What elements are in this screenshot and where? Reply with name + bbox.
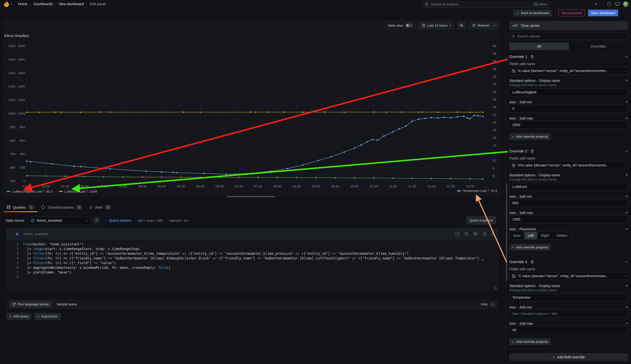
line-number: 3 <box>7 251 19 256</box>
add-expression-button[interactable]: + Expression <box>34 313 61 320</box>
code-line[interactable]: 1from(bucket: "home_assistant") <box>7 242 497 246</box>
override-field-select[interactable]: °C value {domain="sensor", entity_id="au… <box>509 272 628 280</box>
remove-property-icon[interactable]: ✕ <box>625 173 628 177</box>
hide-query-icon[interactable] <box>473 232 478 236</box>
legend-item[interactable]: Luftfeuchtigkeit Last *: 30.3 <box>7 190 53 193</box>
drag-handle-icon[interactable] <box>492 232 494 236</box>
avatar[interactable] <box>623 2 628 7</box>
property-input[interactable] <box>509 199 628 207</box>
legend-item[interactable]: Luftdruck Last *: 1009 <box>59 190 97 193</box>
grafana-logo-icon[interactable] <box>3 1 10 7</box>
add-query-button[interactable]: + Add query <box>7 313 31 320</box>
query-help-icon[interactable]: ? <box>455 232 459 236</box>
placement-option-left[interactable]: Left <box>524 232 537 239</box>
duplicate-query-icon[interactable] <box>465 232 468 236</box>
delete-override-button[interactable] <box>530 149 534 153</box>
code-line[interactable]: 3 |> filter(fn: (r) => r["entity_id"] ==… <box>7 251 497 256</box>
chevron-right-icon[interactable]: › <box>106 219 107 222</box>
override-field-select[interactable]: hPa value {domain="sensor", entity_id="a… <box>509 162 628 169</box>
org-switcher-chevron-icon[interactable]: ⌄ <box>11 2 13 6</box>
legend-item[interactable]: Temperatur Last *: 21.5 <box>457 189 497 192</box>
delete-override-button[interactable] <box>530 260 534 264</box>
override-field-select[interactable]: % value {domain="sensor", entity_id="aus… <box>509 67 628 75</box>
delete-override-button[interactable] <box>530 55 534 59</box>
remove-property-icon[interactable]: ✕ <box>625 284 628 288</box>
add-override-property-button[interactable]: + Add override property <box>509 338 551 345</box>
remove-property-icon[interactable]: ✕ <box>625 305 628 309</box>
add-override-property-button[interactable]: + Add override property <box>509 133 551 140</box>
datasource-select[interactable]: home_assistant ⌄ <box>28 216 91 225</box>
discard-panel-button[interactable]: Discard panel <box>558 10 585 16</box>
visualization-picker[interactable]: Time series ⌄ <box>509 21 628 30</box>
collapse-override-icon[interactable] <box>625 56 628 58</box>
refresh-button[interactable]: Refresh ▾ <box>469 22 498 29</box>
add-new-button[interactable]: + ⌄ <box>594 2 600 7</box>
tab-alert[interactable]: Alert0 <box>86 202 115 212</box>
add-field-override-button[interactable]: + Add field override <box>509 353 628 361</box>
remove-property-icon[interactable]: ✕ <box>625 227 628 231</box>
remove-property-icon[interactable]: ✕ <box>625 194 628 198</box>
horizontal-scrollbar[interactable] <box>227 196 274 197</box>
override-field-value: % value {domain="sensor", entity_id="aus… <box>518 69 621 73</box>
breadcrumb-dashboards[interactable]: Dashboards <box>34 2 53 6</box>
tab-all[interactable]: All <box>509 43 569 50</box>
remove-property-icon[interactable]: ✕ <box>625 100 628 104</box>
back-to-dashboard-button[interactable]: ← Back to dashboard <box>513 10 552 16</box>
property-input[interactable] <box>509 88 628 96</box>
monitor-icon[interactable] <box>615 2 620 6</box>
code-line[interactable]: 5 |> filter(fn: (r) => r["_field"] == "v… <box>7 261 497 265</box>
collapse-override-icon[interactable] <box>625 261 628 263</box>
breadcrumb-dashboard-name[interactable]: New dashboard <box>59 2 84 6</box>
code-line[interactable]: 7 |> yield(name: "mean") <box>7 270 497 275</box>
query-header[interactable]: ⌄ A (home_assistant) ? <box>7 228 498 240</box>
breadcrumb-home[interactable]: Home <box>18 2 28 6</box>
code-line[interactable]: 6 |> aggregateWindow(every: v.windowPeri… <box>7 265 497 270</box>
panel-title: Klima Draußen <box>4 34 29 38</box>
search-input[interactable]: Search or jump to... ctrl+k <box>422 1 549 8</box>
collapse-query-chevron-icon[interactable]: ⌄ <box>10 232 12 236</box>
chevron-down-icon[interactable]: ▾ <box>493 24 495 27</box>
sidebar-scrollbar[interactable] <box>506 183 507 281</box>
property-input[interactable] <box>509 294 628 301</box>
tab-transformations[interactable]: Transformations0 <box>38 202 86 212</box>
placement-option-auto[interactable]: Auto <box>510 232 524 239</box>
help-link[interactable]: Help <box>481 302 488 306</box>
help-icon[interactable]: ? <box>607 2 611 6</box>
remove-property-icon[interactable]: ✕ <box>625 116 628 120</box>
property-input[interactable] <box>509 310 628 318</box>
datasource-help-button[interactable]: ? <box>93 216 100 225</box>
query-inspector-button[interactable]: Query inspector <box>467 216 496 224</box>
search-icon <box>425 2 429 6</box>
query-options-toggle[interactable]: Query options <box>109 218 131 222</box>
time-range-picker[interactable]: Last 12 hours ▾ <box>419 22 454 29</box>
delete-query-icon[interactable] <box>483 232 486 236</box>
property-input[interactable] <box>509 183 628 191</box>
zoom-out-button[interactable] <box>457 22 466 29</box>
options-search-input[interactable] <box>517 34 625 38</box>
property-input[interactable] <box>509 121 628 129</box>
interval-value: Interval = 1m <box>169 219 188 222</box>
remove-property-icon[interactable]: ✕ <box>625 322 628 325</box>
collapse-override-icon[interactable] <box>625 150 628 152</box>
property-input[interactable] <box>509 104 628 112</box>
remove-property-icon[interactable]: ✕ <box>625 211 628 214</box>
options-search[interactable] <box>509 32 628 40</box>
placement-option-hidden[interactable]: Hidden <box>553 232 571 239</box>
placement-option-right[interactable]: Right <box>537 232 553 239</box>
tab-queries[interactable]: Queries1 <box>3 202 38 212</box>
property-input[interactable] <box>509 326 628 334</box>
table-view-toggle[interactable] <box>405 24 413 27</box>
remove-property-icon[interactable]: ✕ <box>625 79 628 82</box>
flux-code-editor[interactable]: 1from(bucket: "home_assistant")2 |> rang… <box>7 240 498 290</box>
code-line[interactable]: 8 <box>7 275 497 280</box>
tab-overrides[interactable]: Overrides <box>569 43 628 50</box>
add-override-property-button[interactable]: + Add override property <box>509 244 551 250</box>
save-dashboard-button[interactable]: Save dashboard <box>588 10 618 16</box>
code-line[interactable]: 2 |> range(start: v.timeRangeStart, stop… <box>7 246 497 251</box>
sample-query-link[interactable]: Sample query <box>57 302 77 306</box>
code-line[interactable]: 4 |> filter(fn: (r) => r["friendly_name"… <box>7 256 497 261</box>
property-input[interactable] <box>509 215 628 223</box>
editor-resize-handle[interactable] <box>494 286 497 290</box>
info-icon[interactable]: i <box>491 302 494 306</box>
flux-syntax-link-button[interactable]: Flux language syntax <box>10 301 52 308</box>
